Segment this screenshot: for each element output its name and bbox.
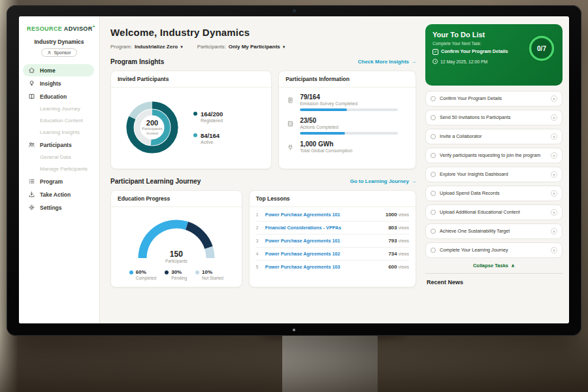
sidebar-item-insights[interactable]: Insights	[23, 77, 94, 90]
legend-label: Completed	[136, 276, 156, 280]
info-label: Emission Survey Completed	[300, 101, 398, 106]
lesson-link[interactable]: Financial Considerations - VPPAs	[265, 225, 385, 231]
task-checkbox[interactable]	[431, 172, 436, 177]
info-row-emission-survey-completed: 79/164Emission Survey Completed	[287, 93, 408, 111]
participants-icon	[28, 141, 35, 148]
todo-summary-card: Your To Do List Complete Your Next Task:…	[425, 24, 563, 86]
section-title-program-insights: Program Insights	[110, 58, 164, 65]
sponsor-person-icon	[47, 50, 52, 55]
sidebar-item-take-action[interactable]: Take Action	[23, 188, 94, 201]
arrow-right-icon: →	[411, 59, 416, 65]
task-checkbox[interactable]	[431, 115, 436, 120]
sidebar-item-program[interactable]: Program	[23, 175, 94, 188]
link-label: Check More Insights	[358, 59, 409, 65]
filter-value: Only My Participants	[229, 44, 280, 50]
sidebar-item-label: Insights	[40, 80, 61, 87]
task-checkbox[interactable]	[431, 210, 436, 215]
lesson-link[interactable]: Power Purchase Agreements 101	[265, 212, 382, 218]
energy-icon	[287, 140, 295, 154]
task-checkbox[interactable]	[431, 134, 436, 139]
task-checkbox[interactable]	[431, 96, 436, 101]
sidebar-item-learning-insights[interactable]: Learning Insights	[23, 127, 94, 138]
sidebar-item-manage-participants[interactable]: Manage Participants	[23, 163, 94, 174]
progress-track	[300, 108, 398, 111]
todo-next-task[interactable]: ✓ Confirm Your Program Details	[433, 49, 522, 55]
lesson-views: 793views	[388, 238, 409, 244]
lesson-views: 803views	[388, 225, 409, 231]
filter-participants[interactable]: Participants:Only My Participants▾	[197, 44, 286, 50]
info-value: 1,000 GWh	[300, 140, 352, 148]
legend-value: 84/164	[201, 132, 220, 139]
todo-task-verify-participants-requesting-to-join-the-program[interactable]: Verify participants requesting to join t…	[425, 148, 563, 163]
task-label: Upload Additional Educational Content	[440, 209, 547, 215]
lesson-link[interactable]: Power Purchase Agreements 102	[265, 251, 385, 257]
legend-item-completed: 60%Completed	[129, 269, 156, 280]
participants-info-body: 79/164Emission Survey Completed23/50Acti…	[279, 88, 416, 159]
todo-task-invite-a-collaborator[interactable]: Invite a Collaborator›	[425, 129, 563, 144]
todo-next-task-label: Confirm Your Program Details	[441, 49, 508, 55]
education-legend: 60%Completed30%Pending10%Not Started	[129, 269, 223, 280]
sidebar-item-home[interactable]: Home	[23, 64, 94, 76]
clock-icon	[433, 59, 438, 64]
sidebar-item-education[interactable]: Education	[23, 90, 94, 103]
lesson-rank: 1	[256, 212, 261, 217]
sponsor-badge[interactable]: Sponsor	[41, 48, 76, 57]
sidebar-item-general-data[interactable]: General Data	[23, 152, 94, 163]
task-checkbox[interactable]	[431, 191, 436, 196]
education-icon	[28, 93, 35, 100]
task-checkbox[interactable]	[431, 248, 436, 253]
chevron-right-icon: ›	[551, 228, 557, 235]
todo-due: 12 May 2025, 12:00 PM	[433, 59, 522, 64]
sponsor-badge-label: Sponsor	[54, 50, 71, 55]
education-card-title: Education Progress	[111, 191, 242, 207]
filter-program[interactable]: Program:Industrialize Zero▾	[110, 44, 183, 50]
lesson-link[interactable]: Power Purchase Agreements 101	[265, 238, 385, 244]
todo-task-explore-your-insights-dashboard[interactable]: Explore Your Insights Dashboard›	[425, 167, 563, 182]
chevron-down-icon: ▾	[283, 44, 286, 50]
collapse-tasks-link[interactable]: Collapse Tasks ∧	[425, 263, 563, 269]
todo-progress-value: 0/7	[527, 33, 557, 63]
todo-task-confirm-your-program-details[interactable]: Confirm Your Program Details›	[425, 91, 563, 106]
legend-item-registered: 164/200Registered	[193, 110, 223, 123]
check-more-insights-link[interactable]: Check More Insights →	[358, 59, 416, 65]
sidebar-item-settings[interactable]: Settings	[23, 201, 94, 214]
task-checkbox[interactable]	[431, 153, 436, 158]
floor-shadow	[0, 330, 588, 392]
lesson-rank: 4	[256, 252, 261, 256]
task-label: Upload Spend Data Records	[440, 190, 547, 196]
filter-value: Industrialize Zero	[135, 44, 178, 50]
task-label: Explore Your Insights Dashboard	[440, 171, 547, 177]
lessons-list: 1Power Purchase Agreements 1011000views2…	[250, 207, 416, 276]
lesson-link[interactable]: Power Purchase Agreements 103	[265, 264, 385, 270]
sidebar-item-label: Education	[40, 93, 67, 100]
task-label: Verify participants requesting to join t…	[440, 152, 547, 158]
todo-task-complete-your-learning-journey[interactable]: Complete Your Learning Journey›	[425, 242, 563, 258]
sidebar-item-participants[interactable]: Participants	[23, 139, 94, 151]
collapse-tasks-label: Collapse Tasks	[473, 263, 508, 269]
webcam-icon	[293, 9, 296, 12]
arrow-right-icon: →	[411, 178, 416, 184]
donut-center-label: Participants Invited	[137, 127, 167, 137]
gauge-center-value: 150	[131, 250, 222, 259]
lesson-row-5: 5Power Purchase Agreements 103600views	[256, 261, 409, 273]
todo-task-upload-spend-data-records[interactable]: Upload Spend Data Records›	[425, 186, 563, 201]
info-row-total-global-consumption: 1,000 GWhTotal Global Consumption	[287, 140, 408, 154]
todo-task-achieve-one-sustainability-target[interactable]: Achieve One Sustainability Target›	[425, 223, 563, 239]
settings-icon	[28, 204, 35, 211]
page-title: Welcome, Industry Dynamics	[110, 27, 416, 38]
lesson-views: 734views	[388, 251, 409, 257]
task-checkbox[interactable]	[431, 229, 436, 234]
chevron-right-icon: ›	[551, 247, 557, 253]
todo-task-upload-additional-educational-content[interactable]: Upload Additional Educational Content›	[425, 204, 563, 220]
todo-task-send-50-invitations-to-participants[interactable]: Send 50 Invitations to Participants›	[425, 110, 563, 125]
go-to-learning-journey-link[interactable]: Go to Learning Journey →	[350, 178, 416, 184]
sidebar-item-label: Program	[40, 178, 63, 185]
link-label: Go to Learning Journey	[350, 178, 409, 184]
sidebar-item-learning-journey[interactable]: Learning Journey	[23, 103, 94, 114]
info-label: Actions Completed	[300, 125, 398, 129]
org-name: Industry Dynamics	[19, 39, 99, 45]
sidebar-item-education-content[interactable]: Education Content	[23, 115, 94, 126]
chevron-right-icon: ›	[551, 171, 557, 178]
lesson-row-2: 2Financial Considerations - VPPAs803view…	[256, 221, 409, 235]
sidebar: RESOURCE ADVISOR+ Industry Dynamics Spon…	[19, 16, 100, 323]
